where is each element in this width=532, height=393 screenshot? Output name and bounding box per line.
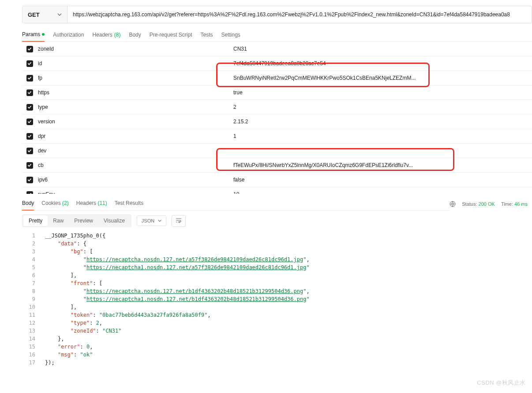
param-key[interactable]: dev [37,148,229,154]
view-raw[interactable]: Raw [48,215,69,226]
param-value[interactable]: 2.15.2 [229,119,532,125]
view-visualize[interactable]: Visualize [98,215,130,226]
param-value[interactable]: CN31 [229,46,532,52]
checkbox[interactable] [26,75,33,82]
checkbox[interactable] [26,119,33,125]
param-key[interactable]: zoneId [37,46,229,52]
params-table: zoneId CN31 id 7ef4da58447919badeea0a8b2… [22,42,532,194]
resp-tab-cookies[interactable]: Cookies (2) [41,197,68,210]
param-value[interactable]: true [229,89,532,96]
wrap-icon [176,218,182,223]
tab-authorization[interactable]: Authorization [53,29,84,41]
tab-headers[interactable]: Headers (8) [92,29,120,41]
param-key[interactable]: https [37,89,229,96]
param-value[interactable]: fTeEWuPx/8Hi/SNwrbYxZ5lnnMg/X0ARUIoCZqmz… [229,162,532,168]
view-mode-buttons: Pretty Raw Preview Visualize [22,214,131,227]
view-preview[interactable]: Preview [69,215,98,226]
param-key[interactable]: runEnv [37,191,229,194]
param-row[interactable]: cb fTeEWuPx/8Hi/SNwrbYxZ5lnnMg/X0ARUIoCZ… [22,158,532,173]
param-value[interactable]: 10 [229,191,532,194]
wrap-lines-button[interactable] [172,215,186,227]
chevron-down-icon [57,12,62,17]
param-key[interactable]: cb [37,162,229,168]
checkbox[interactable] [26,162,33,169]
param-row[interactable]: https true [22,85,532,100]
param-value[interactable]: 1 [229,133,532,139]
param-key[interactable]: dpr [37,133,229,139]
globe-icon[interactable] [450,201,456,207]
param-key[interactable]: ipv6 [37,177,229,183]
resp-tab-body[interactable]: Body [22,197,34,211]
format-select[interactable]: JSON [137,215,166,226]
tab-tests[interactable]: Tests [200,29,213,41]
param-key[interactable]: type [37,104,229,110]
status-label: Status: 200 OK [462,201,495,207]
watermark: CSDN @秋风止水 [477,379,526,387]
params-dot-icon [42,33,45,36]
time-label: Time: 46 ms [501,201,528,207]
view-pretty[interactable]: Pretty [23,215,48,226]
param-value[interactable]: false [229,177,532,183]
param-value[interactable]: 7ef4da58447919badeea0a8b20ac7e54 [229,60,532,67]
param-row[interactable]: version 2.15.2 [22,115,532,129]
response-header: Body Cookies (2) Headers (11) Test Resul… [22,194,532,211]
checkbox[interactable] [26,60,33,67]
checkbox[interactable] [26,46,33,52]
param-key[interactable]: version [37,119,229,125]
param-key[interactable]: fp [37,75,229,81]
param-row[interactable]: type 2 [22,100,532,115]
checkbox[interactable] [26,104,33,111]
param-row[interactable]: zoneId CN31 [22,42,532,56]
tab-prerequest[interactable]: Pre-request Script [150,29,192,41]
tab-body[interactable]: Body [129,29,141,41]
resp-tab-headers[interactable]: Headers (11) [76,197,107,210]
param-value[interactable]: SnBuWRNyiNRetI2rw2PqCmMEWlHKKrPwo5SOk1Cs… [229,75,532,81]
checkbox[interactable] [26,191,33,194]
param-row[interactable]: ipv6 false [22,173,532,187]
param-key[interactable]: id [37,60,229,67]
tab-params[interactable]: Params [22,29,45,42]
param-value[interactable]: 2 [229,104,532,110]
param-row[interactable]: dev [22,144,532,158]
checkbox[interactable] [26,89,33,96]
param-row[interactable]: fp SnBuWRNyiNRetI2rw2PqCmMEWlHKKrPwo5SOk… [22,71,532,85]
param-row[interactable]: id 7ef4da58447919badeea0a8b20ac7e54 [22,56,532,71]
tab-settings[interactable]: Settings [221,29,240,41]
url-input[interactable]: https://webzjcaptcha.reg.163.com/api/v2/… [67,6,532,23]
chevron-down-icon [158,219,161,222]
method-label: GET [28,11,40,18]
checkbox[interactable] [26,177,33,183]
response-toolbar: Pretty Raw Preview Visualize JSON [22,211,532,231]
request-tabs: Params Authorization Headers (8) Body Pr… [22,29,532,42]
param-row[interactable]: dpr 1 [22,129,532,144]
resp-tab-testresults[interactable]: Test Results [115,197,143,210]
response-body[interactable]: 1__JSONP_1735pho_0({ 2 "data": { 3 "bg":… [22,231,532,367]
url-bar: GET https://webzjcaptcha.reg.163.com/api… [22,6,532,23]
checkbox[interactable] [26,133,33,140]
method-select[interactable]: GET [22,6,67,23]
param-row[interactable]: runEnv 10 [22,187,532,194]
checkbox[interactable] [26,148,33,154]
